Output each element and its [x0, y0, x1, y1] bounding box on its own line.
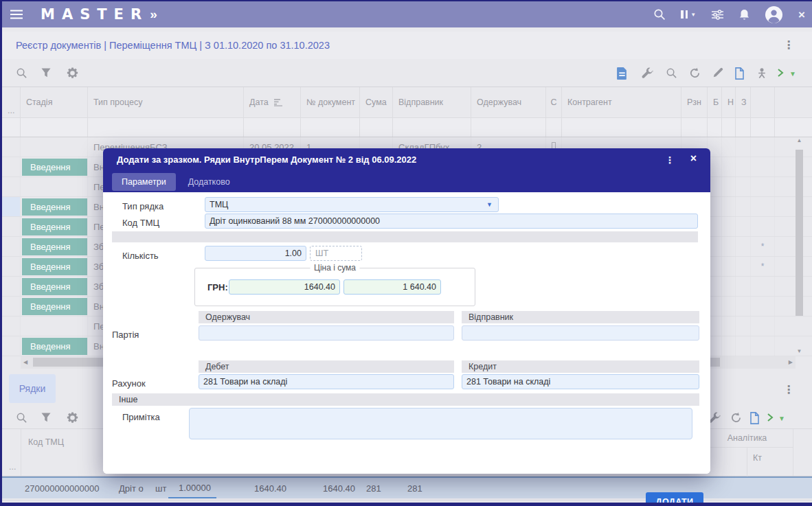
brand-arrows: » [150, 7, 157, 22]
credit-account-input[interactable]: 281 Товари на складі [462, 374, 699, 389]
column-header-receiver[interactable]: Одержувач [471, 87, 546, 117]
breadcrumb[interactable]: Реєстр документів | Переміщення ТМЦ | З … [16, 40, 330, 51]
assign-person-icon[interactable] [756, 67, 767, 79]
row-type-select[interactable]: ТМЦ ▼ [205, 197, 499, 212]
column-header-date[interactable]: Дата [244, 87, 301, 117]
total-input[interactable]: 1 640.40 [343, 279, 441, 295]
column-header-b[interactable]: Б [708, 87, 722, 117]
stage-badge: Введення [22, 238, 87, 255]
lines-menu-icon[interactable]: ⋮ [783, 383, 794, 396]
sliders-icon[interactable] [711, 10, 724, 20]
tab-parameters[interactable]: Параметри [112, 173, 176, 191]
stage-badge: Введення [22, 258, 87, 275]
tab-lines[interactable]: Рядки [9, 374, 56, 403]
pencil-icon[interactable] [712, 67, 723, 78]
refresh-icon[interactable] [730, 412, 742, 424]
filter-icon[interactable] [41, 412, 52, 423]
quantity-label: Кількість [122, 251, 159, 261]
sort-icon [274, 99, 283, 106]
registry-menu-icon[interactable]: ⋮ [783, 38, 794, 51]
column-header-sum[interactable]: Сума [360, 87, 393, 117]
pause-dropdown-icon[interactable]: ▼ [681, 10, 696, 19]
stage-badge: Введення [22, 159, 87, 176]
column-header-z[interactable]: З [736, 87, 751, 117]
topbar-actions: ▼ × [653, 1, 805, 27]
column-header-s[interactable]: С [546, 87, 562, 117]
vertical-scrollbar[interactable]: ▲ ▼ [794, 136, 804, 356]
search-icon[interactable] [653, 8, 666, 21]
stage-badge: Введення [22, 218, 87, 235]
analytics-column-group: Аналітика Кт [701, 429, 793, 476]
caret-down-icon[interactable]: ▼ [789, 70, 796, 78]
scroll-right-icon[interactable]: ▶ [789, 359, 793, 365]
batch-sender-input[interactable] [462, 325, 699, 341]
column-header-type[interactable]: Тип процесу [88, 87, 244, 117]
brand-logo: MASTER [41, 6, 148, 23]
column-header-code[interactable]: Код ТМЦ [28, 437, 64, 447]
column-header-sender[interactable]: Відправник [393, 87, 471, 117]
price-cell: 1640.40 [216, 478, 292, 498]
column-header-dots[interactable]: ... [9, 462, 16, 472]
caret-down-icon[interactable]: ▼ [778, 415, 785, 422]
gear-icon[interactable] [67, 412, 78, 424]
scroll-left-icon[interactable]: ◀ [23, 359, 27, 365]
new-document-icon[interactable] [749, 412, 760, 424]
caret-down-icon: ▼ [486, 201, 493, 208]
wrench-icon[interactable] [641, 67, 653, 80]
batch-sender-header: Відправник [462, 311, 699, 323]
tab-additional[interactable]: Додатково [179, 173, 240, 191]
bell-icon[interactable] [739, 9, 749, 21]
registry-filter-row[interactable] [2, 118, 812, 137]
tmc-code-label: Код ТМЦ [122, 218, 159, 228]
document-report-icon[interactable] [617, 67, 627, 80]
search-icon[interactable] [16, 412, 27, 424]
scroll-up-icon[interactable]: ▲ [794, 137, 804, 143]
add-by-template-dialog: Додати за зразком. Рядки ВнутрПерем Доку… [103, 148, 710, 474]
code-cell: 270000000000000 [19, 478, 113, 498]
refresh-icon[interactable] [689, 67, 701, 79]
scrollbar-thumb[interactable] [796, 150, 803, 316]
column-header-kt[interactable]: Кт [747, 448, 793, 478]
hamburger-menu-icon[interactable] [10, 10, 23, 19]
price-sum-group: Ціна і сума ГРН: 1640.40 1 640.40 [194, 268, 475, 306]
search-icon[interactable] [16, 67, 27, 79]
debit-account-input[interactable]: 281 Товари на складі [199, 374, 454, 389]
batch-receiver-input[interactable] [199, 325, 454, 341]
price-input[interactable]: 1640.40 [229, 279, 340, 295]
column-header-number[interactable]: № документ [301, 87, 360, 117]
tmc-code-input[interactable]: Дріт оцинкований 88 мм 270000000000000 [205, 214, 698, 229]
dialog-close-icon[interactable]: × [690, 153, 697, 164]
dialog-menu-icon[interactable]: ⋮ [665, 154, 675, 165]
stage-badge: Введення [22, 338, 87, 355]
gear-icon[interactable] [67, 67, 78, 79]
quantity-cell[interactable]: 1.00000 [168, 478, 216, 498]
search-in-list-icon[interactable] [666, 67, 677, 79]
chevron-right-icon[interactable] [777, 69, 784, 77]
note-textarea[interactable] [189, 408, 692, 439]
avatar[interactable] [765, 5, 783, 24]
filter-icon[interactable] [41, 67, 52, 78]
column-header-stage[interactable]: Стадія [21, 87, 88, 117]
dialog-title: Додати за зразком. Рядки ВнутрПерем Доку… [117, 154, 416, 165]
account-label: Рахунок [112, 378, 146, 389]
caret-down-icon: ▼ [690, 12, 696, 18]
chevron-right-icon[interactable] [767, 413, 774, 422]
scroll-down-icon[interactable]: ▼ [794, 348, 804, 354]
pause-icon [681, 10, 688, 19]
column-header-dots[interactable]: ... [2, 87, 21, 117]
quantity-input[interactable]: 1.00 [205, 246, 306, 261]
column-header-rzn[interactable]: Рзн [681, 87, 708, 117]
column-header-contractor[interactable]: Контрагент [562, 87, 681, 117]
note-label: Примітка [122, 412, 160, 422]
column-header-n[interactable]: Н [722, 87, 736, 117]
debit-header: Дебет [199, 360, 454, 373]
registry-toolbar: ▼ [2, 60, 812, 87]
new-document-icon[interactable] [734, 67, 745, 80]
row-type-label: Тип рядка [122, 201, 163, 211]
current-row-indicator [2, 197, 21, 216]
close-window-icon[interactable]: × [798, 9, 805, 21]
section-divider [112, 231, 698, 242]
column-header-analytics[interactable]: Аналітика [701, 429, 793, 448]
dialog-tabs: Параметри Додатково [103, 172, 710, 192]
add-button[interactable]: ДОДАТИ [646, 492, 703, 503]
